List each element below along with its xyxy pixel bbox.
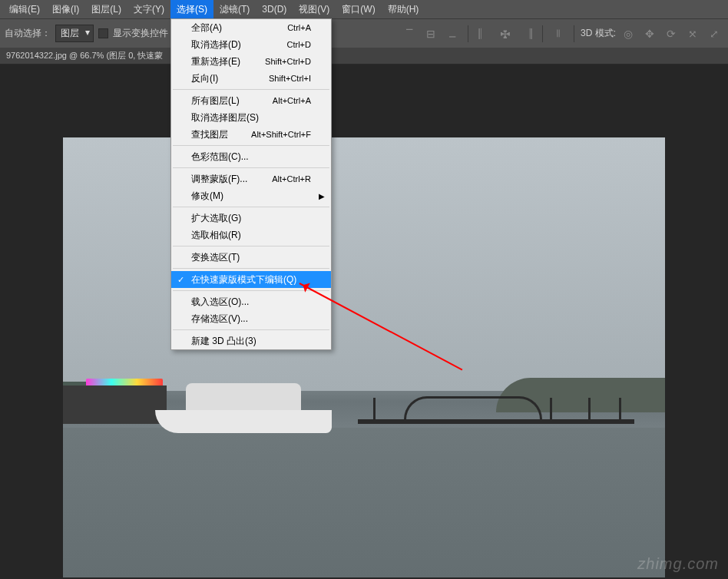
menu-separator [173, 167, 329, 168]
submenu-arrow-icon: ▶ [319, 192, 325, 200]
align-bottom-icon[interactable]: ⎽ [443, 25, 462, 43]
menu-3d[interactable]: 3D(D) [256, 1, 293, 18]
menu-window[interactable]: 窗口(W) [336, 0, 381, 19]
menu-item-color-range[interactable]: 色彩范围(C)... [171, 148, 331, 165]
menu-item-reselect[interactable]: 重新选择(E)Shift+Ctrl+D [171, 53, 331, 70]
menu-item-grow[interactable]: 扩大选取(G) [171, 210, 331, 227]
separator [542, 25, 543, 42]
menu-image[interactable]: 图像(I) [46, 0, 85, 19]
menu-separator [173, 145, 329, 146]
orbit-icon[interactable]: ◎ [619, 25, 637, 43]
menu-item-new-3d-extrusion[interactable]: 新建 3D 凸出(3) [171, 333, 331, 349]
distribute-icon[interactable]: ⦀ [549, 25, 568, 43]
align-top-icon[interactable]: ⎺ [400, 25, 419, 43]
menu-separator [173, 207, 329, 207]
menu-view[interactable]: 视图(V) [293, 0, 336, 19]
menu-separator [173, 329, 329, 330]
menu-help[interactable]: 帮助(H) [382, 0, 425, 19]
roll-icon[interactable]: ⟳ [662, 25, 680, 43]
menu-item-refine-mask[interactable]: 调整蒙版(F)...Alt+Ctrl+R [171, 170, 331, 187]
separator [468, 25, 468, 42]
slide-icon[interactable]: ⤧ [683, 25, 702, 43]
menu-separator [173, 89, 329, 90]
menu-item-select-all[interactable]: 全部(A)Ctrl+A [171, 19, 331, 36]
menu-filter[interactable]: 滤镜(T) [213, 0, 256, 19]
separator [574, 25, 574, 42]
menubar: 编辑(E) 图像(I) 图层(L) 文字(Y) 选择(S) 滤镜(T) 3D(D… [0, 0, 728, 18]
menu-item-all-layers[interactable]: 所有图层(L)Alt+Ctrl+A [171, 92, 331, 109]
menu-item-transform-selection[interactable]: 变换选区(T) [171, 249, 331, 266]
mode3d-label: 3D 模式: [581, 27, 616, 40]
auto-select-dropdown[interactable]: 图层 [55, 25, 94, 42]
menu-layer[interactable]: 图层(L) [85, 0, 127, 19]
menu-edit[interactable]: 编辑(E) [3, 0, 46, 19]
align-vcenter-icon[interactable]: ⊟ [422, 25, 440, 43]
menu-separator [173, 268, 329, 269]
canvas-area [0, 65, 728, 579]
checkmark-icon: ✓ [177, 275, 184, 285]
document-tab[interactable]: 9762014322.jpg @ 66.7% (图层 0, 快速蒙 [0, 48, 728, 65]
menu-item-inverse[interactable]: 反向(I)Shift+Ctrl+I [171, 70, 331, 87]
image-sky [63, 137, 665, 391]
pan-icon[interactable]: ✥ [640, 25, 659, 43]
menu-item-similar[interactable]: 选取相似(R) [171, 227, 331, 243]
menu-type[interactable]: 文字(Y) [127, 0, 170, 19]
align-hcenter-icon[interactable]: ⧾ [496, 25, 515, 43]
auto-select-label: 自动选择： [5, 27, 51, 40]
menu-item-save-selection[interactable]: 存储选区(V)... [171, 310, 331, 327]
image-bridge [358, 385, 634, 424]
image-boat-large [155, 372, 332, 433]
show-transform-checkbox[interactable] [98, 28, 108, 38]
menu-item-load-selection[interactable]: 载入选区(O)... [171, 293, 331, 310]
show-transform-label: 显示变换控件 [113, 27, 168, 40]
menu-item-quick-mask[interactable]: ✓在快速蒙版模式下编辑(Q) [171, 271, 331, 288]
select-menu-dropdown: 全部(A)Ctrl+A 取消选择(D)Ctrl+D 重新选择(E)Shift+C… [170, 18, 332, 350]
image-boat-small [63, 385, 167, 424]
menu-separator [173, 290, 329, 291]
menu-item-deselect[interactable]: 取消选择(D)Ctrl+D [171, 36, 331, 53]
image-water [63, 428, 665, 577]
options-bar: 自动选择： 图层 显示变换控件 ⎺ ⊟ ⎽ |⎸ ⧾ ⎹| ⦀ 3D 模式: ◎… [0, 18, 728, 48]
canvas-image[interactable] [63, 137, 665, 577]
align-right-icon[interactable]: ⎹| [518, 25, 536, 43]
align-left-icon[interactable]: |⎸ [475, 25, 493, 43]
menu-item-modify[interactable]: 修改(M)▶ [171, 187, 331, 204]
menu-item-deselect-layers[interactable]: 取消选择图层(S) [171, 109, 331, 126]
menu-item-find-layers[interactable]: 查找图层Alt+Shift+Ctrl+F [171, 126, 331, 143]
scale-icon[interactable]: ⤢ [705, 25, 723, 43]
menu-separator [173, 246, 329, 246]
menu-select[interactable]: 选择(S) [170, 0, 213, 19]
